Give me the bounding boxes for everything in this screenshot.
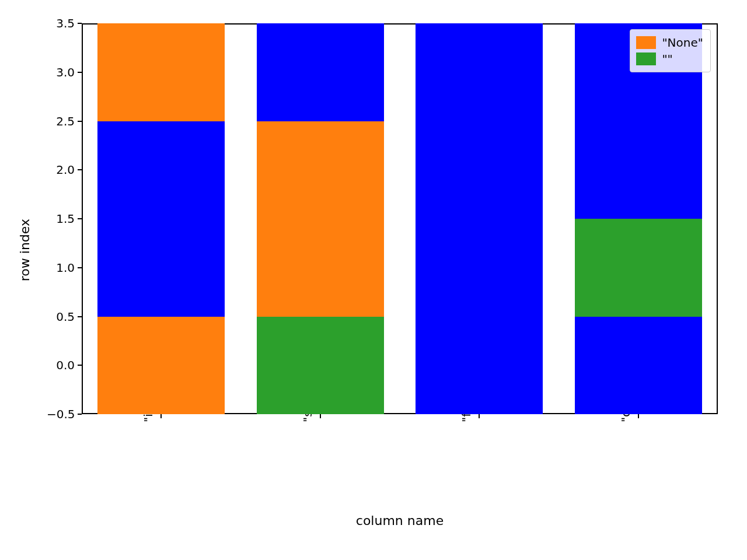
x-tick [320, 414, 321, 418]
y-tick [78, 72, 82, 73]
cell [257, 23, 384, 121]
cell [97, 317, 225, 415]
y-tick [78, 414, 82, 415]
y-tick-label: 2.5 [47, 114, 75, 128]
x-axis-label: column name [82, 513, 718, 528]
y-tick-label: −0.5 [47, 407, 75, 421]
cell [257, 121, 384, 219]
cell [575, 121, 702, 219]
y-tick-label: 1.0 [47, 261, 75, 275]
y-tick-label: 1.5 [47, 212, 75, 226]
y-tick [78, 169, 82, 170]
y-tick-label: 2.0 [47, 163, 75, 177]
legend-label: "" [662, 51, 672, 67]
cell [97, 219, 225, 317]
legend-swatch [636, 36, 656, 49]
y-tick [78, 121, 82, 122]
cell [257, 219, 384, 317]
legend-entry: "None" [636, 34, 703, 51]
y-tick [78, 23, 82, 24]
chart-stage: −0.50.00.51.01.52.02.53.03.5 "integer""s… [0, 0, 747, 560]
y-tick-label: 0.0 [47, 358, 75, 372]
cell [416, 121, 543, 219]
x-tick [638, 414, 639, 418]
cell [575, 317, 702, 415]
cell [97, 121, 225, 219]
y-tick [78, 316, 82, 317]
legend-entry: "" [636, 51, 703, 67]
y-tick-label: 0.5 [47, 310, 75, 324]
y-tick-label: 3.5 [47, 16, 75, 30]
y-tick [78, 267, 82, 268]
y-tick [78, 218, 82, 219]
cell [416, 317, 543, 415]
cell [575, 219, 702, 317]
y-tick [78, 365, 82, 366]
legend-label: "None" [662, 34, 703, 51]
x-tick [160, 414, 162, 418]
cell [416, 23, 543, 121]
y-axis-label: row index [18, 219, 32, 281]
y-tick-label: 3.0 [47, 65, 75, 79]
legend: "None""" [630, 29, 711, 72]
cell [416, 219, 543, 317]
x-tick [479, 414, 480, 418]
legend-swatch [636, 52, 656, 65]
cell [97, 23, 225, 121]
cell [257, 317, 384, 415]
